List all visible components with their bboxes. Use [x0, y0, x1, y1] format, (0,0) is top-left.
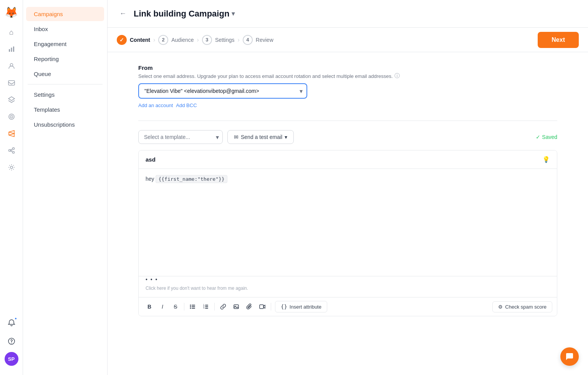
unsubscribe-text: Click here if you don't want to hear fro…	[139, 286, 557, 297]
home-icon[interactable]: ⌂	[4, 25, 19, 40]
step-audience[interactable]: 2 Audience	[158, 35, 194, 45]
notification-icon[interactable]	[4, 315, 19, 330]
toolbar-divider-2	[214, 303, 215, 311]
editor-body[interactable]: hey {{first_name:"there"}}	[139, 169, 557, 276]
lightbulb-icon[interactable]: 💡	[542, 156, 550, 163]
envelope-icon: ✉	[234, 134, 239, 140]
icon-rail: 🦊 ⌂	[0, 0, 23, 375]
svg-rect-0	[9, 49, 10, 52]
template-select[interactable]: Select a template...	[138, 130, 223, 144]
svg-rect-1	[11, 48, 12, 52]
step-content[interactable]: ✓ Content	[117, 35, 150, 45]
template-select-wrapper: Select a template... ▾	[138, 130, 223, 144]
svg-rect-28	[260, 305, 263, 309]
svg-point-16	[190, 308, 191, 309]
page-header: ← Link building Campaign ▾	[108, 0, 588, 28]
curly-braces-icon: {}	[281, 304, 287, 310]
avatar[interactable]: SP	[5, 352, 18, 366]
step-2-circle: 2	[158, 35, 168, 45]
step-sep-3: ›	[238, 36, 240, 43]
step-3-circle: 3	[202, 35, 212, 45]
sidebar: Campaigns Inbox Engagement Reporting Que…	[23, 0, 108, 375]
sidebar-item-campaigns[interactable]: Campaigns	[26, 7, 104, 21]
saved-indicator: ✓ Saved	[536, 134, 557, 140]
page-title: Link building Campaign ▾	[134, 9, 235, 19]
body-prefix: hey	[146, 176, 154, 182]
svg-text:3.: 3.	[203, 307, 205, 309]
from-hint-info-icon[interactable]: ⓘ	[394, 73, 400, 79]
from-select-wrapper: "Elevation Vibe" <elevationvibetop@gmail…	[138, 83, 307, 99]
attachment-button[interactable]	[243, 301, 255, 313]
bullet-list-button[interactable]	[187, 301, 199, 313]
add-bcc-button[interactable]: Add BCC	[176, 102, 197, 108]
svg-point-8	[8, 150, 10, 152]
inbox-icon[interactable]	[4, 75, 19, 91]
svg-point-10	[12, 152, 14, 154]
editor-subject-bar: asd 💡	[139, 150, 557, 169]
sidebar-item-settings[interactable]: Settings	[26, 88, 104, 102]
bold-button[interactable]: B	[143, 301, 156, 313]
svg-rect-17	[192, 305, 195, 306]
email-editor: asd 💡 hey {{first_name:"there"}} • • • C…	[138, 150, 557, 316]
step-settings[interactable]: 3 Settings	[202, 35, 235, 45]
check-spam-score-button[interactable]: ⚙ Check spam score	[492, 301, 552, 312]
step-sep-1: ›	[153, 36, 155, 43]
svg-rect-18	[192, 306, 195, 307]
editor-subject-text: asd	[146, 156, 156, 163]
check-icon: ✓	[536, 134, 540, 140]
svg-point-13	[11, 343, 12, 344]
help-icon[interactable]	[4, 334, 19, 349]
steps-bar: ✓ Content › 2 Audience › 3 Settings ›	[108, 28, 588, 52]
merge-tag: {{first_name:"there"}}	[156, 175, 227, 183]
step-2-label: Audience	[171, 37, 194, 43]
svg-point-7	[11, 116, 12, 117]
layers-icon[interactable]	[4, 92, 19, 107]
sidebar-item-reporting[interactable]: Reporting	[26, 52, 104, 66]
template-row: Select a template... ▾ ✉ Send a test ema…	[138, 130, 557, 144]
sidebar-item-templates[interactable]: Templates	[26, 102, 104, 117]
campaigns-active-icon[interactable]	[4, 126, 19, 141]
title-chevron-icon[interactable]: ▾	[232, 10, 235, 17]
step-1-circle: ✓	[117, 35, 127, 45]
video-button[interactable]	[256, 301, 268, 313]
step-review[interactable]: 4 Review	[243, 35, 273, 45]
content-area: From Select one email address. Upgrade y…	[108, 52, 588, 375]
italic-button[interactable]: I	[156, 301, 169, 313]
sidebar-item-unsubscriptions[interactable]: Unsubscriptions	[26, 117, 104, 132]
svg-point-11	[10, 166, 13, 169]
svg-point-9	[12, 148, 14, 150]
svg-point-15	[190, 306, 191, 307]
analytics-icon[interactable]	[4, 41, 19, 57]
ordered-list-button[interactable]: 1. 2. 3.	[200, 301, 212, 313]
svg-point-14	[190, 305, 191, 306]
from-hint: Select one email address. Upgrade your p…	[138, 73, 557, 79]
integrations-icon[interactable]	[4, 143, 19, 158]
chat-button[interactable]	[560, 347, 579, 366]
svg-rect-23	[205, 305, 208, 306]
add-account-button[interactable]: Add an account	[138, 102, 173, 108]
from-action-links: Add an account Add BCC	[138, 102, 557, 108]
strikethrough-button[interactable]: S	[169, 301, 182, 313]
settings-icon[interactable]	[4, 160, 19, 175]
test-email-chevron-icon: ▾	[285, 134, 287, 140]
from-email-select[interactable]: "Elevation Vibe" <elevationvibetop@gmail…	[138, 83, 307, 99]
contacts-icon[interactable]	[4, 58, 19, 74]
wizard-steps: ✓ Content › 2 Audience › 3 Settings ›	[117, 35, 579, 45]
editor-toolbar: B I S	[139, 297, 557, 316]
next-button[interactable]: Next	[538, 32, 579, 48]
sidebar-item-queue[interactable]: Queue	[26, 67, 104, 81]
svg-rect-24	[205, 306, 208, 307]
step-4-label: Review	[256, 37, 273, 43]
send-test-email-button[interactable]: ✉ Send a test email ▾	[227, 130, 294, 144]
target-icon[interactable]	[4, 109, 19, 124]
step-4-circle: 4	[243, 35, 253, 45]
image-button[interactable]	[230, 301, 242, 313]
app-logo: 🦊	[4, 5, 19, 20]
link-button[interactable]	[217, 301, 229, 313]
main-content: ← Link building Campaign ▾ ✓ Content › 2…	[108, 0, 588, 375]
insert-attribute-button[interactable]: {} Insert attribute	[275, 301, 327, 312]
sidebar-item-inbox[interactable]: Inbox	[26, 22, 104, 36]
back-button[interactable]: ←	[117, 8, 129, 20]
step-1-label: Content	[130, 37, 150, 43]
sidebar-item-engagement[interactable]: Engagement	[26, 37, 104, 51]
